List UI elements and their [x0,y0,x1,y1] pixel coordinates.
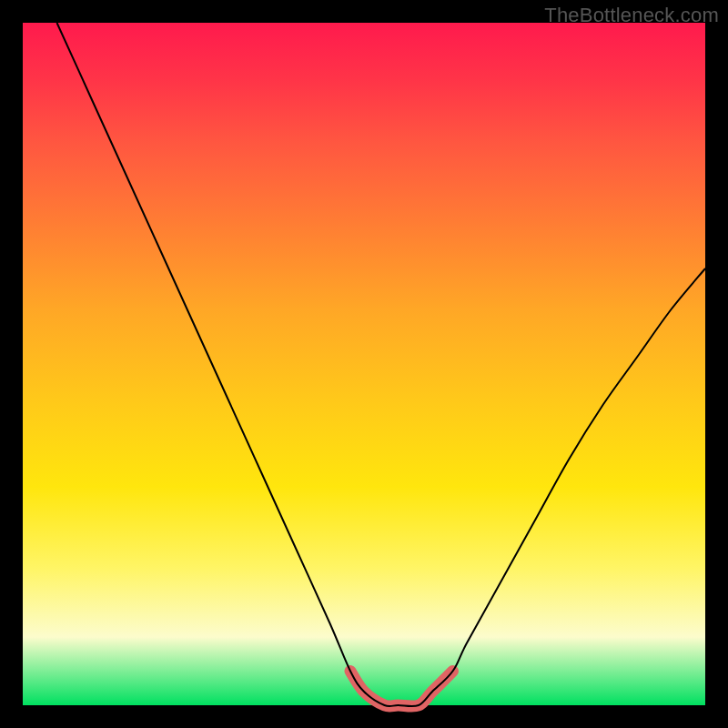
chart-plot [23,23,705,705]
watermark-text: TheBottleneck.com [544,4,719,27]
optimal-zone-highlight [350,672,453,707]
bottleneck-curve [57,23,706,706]
